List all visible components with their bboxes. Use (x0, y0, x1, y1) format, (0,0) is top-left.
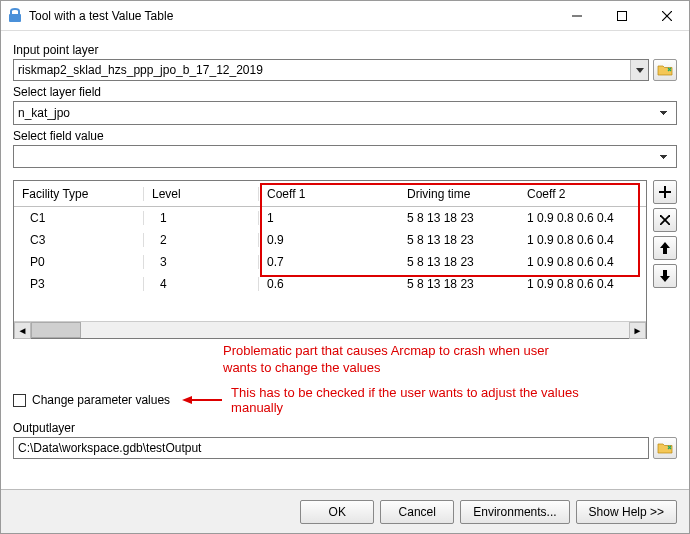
svg-marker-5 (636, 68, 644, 73)
dialog-footer: OK Cancel Environments... Show Help >> (1, 489, 689, 533)
th-facility-type: Facility Type (14, 187, 144, 201)
svg-marker-13 (182, 396, 192, 404)
value-table[interactable]: Facility Type Level Coeff 1 Driving time… (13, 180, 647, 339)
svg-marker-11 (660, 270, 670, 282)
table-row[interactable]: C3 2 0.9 5 8 13 18 23 1 0.9 0.8 0.6 0.4 (14, 229, 646, 251)
svg-rect-0 (9, 14, 21, 22)
change-parameter-checkbox[interactable] (13, 394, 26, 407)
table-row[interactable]: P0 3 0.7 5 8 13 18 23 1 0.9 0.8 0.6 0.4 (14, 251, 646, 273)
titlebar: Tool with a test Value Table (1, 1, 689, 31)
app-icon (7, 8, 23, 24)
table-row[interactable]: C1 1 1 5 8 13 18 23 1 0.9 0.8 0.6 0.4 (14, 207, 646, 229)
window-title: Tool with a test Value Table (29, 9, 554, 23)
remove-row-button[interactable] (653, 208, 677, 232)
input-point-layer-field[interactable] (13, 59, 649, 81)
browse-output-button[interactable] (653, 437, 677, 459)
select-field-value[interactable] (13, 145, 677, 169)
th-level: Level (144, 187, 259, 201)
select-layer-field-label: Select layer field (13, 85, 677, 99)
close-button[interactable] (644, 1, 689, 30)
input-point-layer-label: Input point layer (13, 43, 677, 57)
th-driving-time: Driving time (399, 187, 519, 201)
change-parameter-label: Change parameter values (32, 393, 170, 407)
table-row[interactable]: P3 4 0.6 5 8 13 18 23 1 0.9 0.8 0.6 0.4 (14, 273, 646, 295)
browse-input-button[interactable] (653, 59, 677, 81)
add-row-button[interactable] (653, 180, 677, 204)
client-area: Input point layer Select layer field n_k… (1, 31, 689, 489)
move-up-button[interactable] (653, 236, 677, 260)
table-body: C1 1 1 5 8 13 18 23 1 0.9 0.8 0.6 0.4 C3… (14, 207, 646, 295)
th-coeff1: Coeff 1 (259, 187, 399, 201)
move-down-button[interactable] (653, 264, 677, 288)
th-coeff2: Coeff 2 (519, 187, 646, 201)
scroll-left-icon[interactable]: ◄ (14, 322, 31, 339)
table-header-row: Facility Type Level Coeff 1 Driving time… (14, 181, 646, 207)
input-point-layer-dropdown-icon[interactable] (630, 60, 648, 80)
maximize-button[interactable] (599, 1, 644, 30)
table-hscrollbar[interactable]: ◄ ► (14, 321, 646, 338)
annotation-arrow-icon (182, 395, 222, 405)
select-field-value-label: Select field value (13, 129, 677, 143)
cancel-button[interactable]: Cancel (380, 500, 454, 524)
scroll-right-icon[interactable]: ► (629, 322, 646, 339)
environments-button[interactable]: Environments... (460, 500, 569, 524)
ok-button[interactable]: OK (300, 500, 374, 524)
output-layer-label: Outputlayer (13, 421, 677, 435)
output-layer-field[interactable] (13, 437, 649, 459)
minimize-button[interactable] (554, 1, 599, 30)
svg-marker-10 (660, 242, 670, 254)
dialog-window: Tool with a test Value Table Input point… (0, 0, 690, 534)
annotation-check-text: This has to be checked if the user wants… (231, 385, 677, 400)
select-layer-field[interactable]: n_kat_jpo (13, 101, 677, 125)
annotation-text: Problematic part that causes Arcmap to c… (223, 343, 677, 377)
show-help-button[interactable]: Show Help >> (576, 500, 677, 524)
svg-rect-2 (617, 11, 626, 20)
